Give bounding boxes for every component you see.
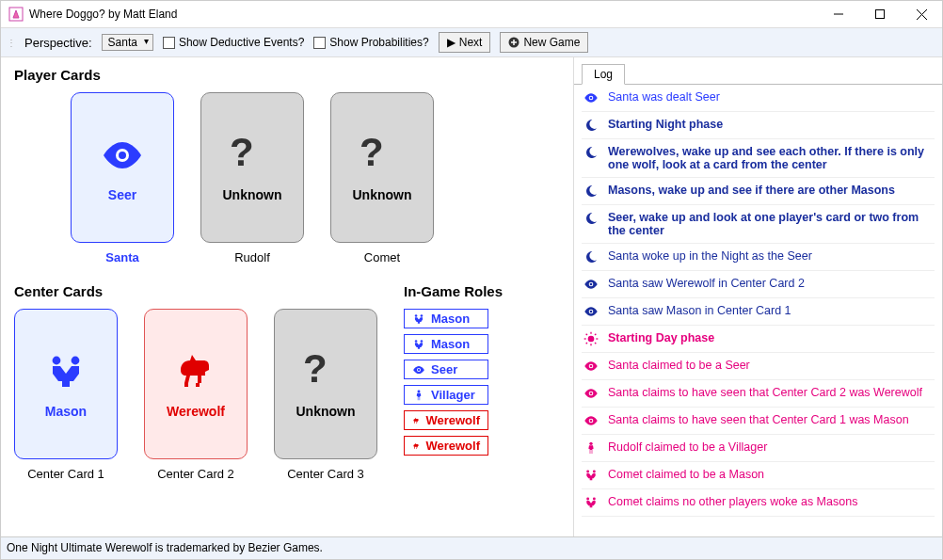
svg-point-44 — [593, 498, 596, 501]
tab-log[interactable]: Log — [582, 64, 625, 85]
log-entry: Masons, wake up and see if there are oth… — [582, 178, 935, 205]
log-entry: Werewolves, wake up and see each other. … — [582, 139, 935, 178]
svg-point-37 — [590, 392, 593, 395]
moon-icon — [583, 145, 599, 160]
eye-icon — [583, 277, 599, 292]
svg-point-11 — [72, 357, 80, 365]
svg-point-41 — [586, 471, 589, 473]
show-probabilities-checkbox[interactable]: Show Probabilities? — [313, 36, 428, 49]
svg-point-20 — [590, 97, 593, 100]
eye-icon — [583, 413, 599, 428]
card[interactable]: MasonCenter Card 1 — [14, 309, 118, 481]
svg-point-10 — [53, 357, 61, 365]
card-name: Center Card 1 — [27, 467, 104, 481]
person-icon — [583, 440, 599, 456]
svg-point-22 — [590, 283, 593, 286]
log-entry: Santa claimed to be a Seer — [582, 353, 935, 380]
log-entry: Santa saw Mason in Center Card 1 — [582, 298, 935, 326]
svg-point-39 — [590, 420, 593, 423]
question-icon: ? — [303, 349, 348, 394]
minimize-button[interactable] — [818, 1, 859, 27]
show-deductive-checkbox[interactable]: Show Deductive Events? — [163, 36, 304, 49]
svg-rect-2 — [876, 10, 885, 19]
svg-point-25 — [588, 336, 593, 341]
eye-icon — [412, 363, 425, 376]
toolbar-grip: ⋮ — [7, 38, 15, 48]
svg-point-18 — [418, 390, 421, 392]
svg-line-30 — [586, 334, 587, 335]
log-entry: Seer, wake up and look at one player's c… — [582, 205, 935, 244]
player-cards-heading: Player Cards — [14, 67, 560, 83]
svg-point-40 — [589, 442, 592, 445]
status-bar: One Night Ultimate Werewolf is trademark… — [1, 536, 942, 559]
svg-point-35 — [590, 365, 593, 368]
card-role: Seer — [108, 187, 136, 202]
card[interactable]: ?UnknownRudolf — [200, 92, 304, 264]
log-entry: Comet claims no other players woke as Ma… — [582, 489, 935, 517]
perspective-label: Perspective: — [24, 36, 92, 50]
role-chip: Villager — [404, 385, 488, 405]
wolf-icon — [173, 349, 218, 394]
eye-icon — [583, 304, 599, 319]
card[interactable]: WerewolfCenter Card 2 — [144, 309, 248, 481]
svg-point-24 — [590, 311, 593, 313]
svg-point-12 — [415, 314, 418, 317]
moon-icon — [583, 211, 599, 226]
play-icon: ▶ — [447, 36, 456, 49]
role-chip: Mason — [404, 309, 488, 328]
mason-icon — [412, 338, 425, 351]
window-title: Where Doggo? by Matt Eland — [29, 8, 818, 21]
perspective-select[interactable]: Santa — [102, 34, 153, 51]
wolf-icon — [412, 414, 420, 427]
svg-point-42 — [593, 471, 596, 473]
mason-icon — [583, 468, 599, 483]
mason-icon — [412, 312, 425, 326]
card-role: Mason — [45, 404, 87, 419]
moon-icon — [583, 118, 599, 133]
svg-point-14 — [415, 340, 418, 343]
card-name: Center Card 2 — [157, 467, 234, 481]
app-icon — [8, 7, 24, 22]
eye-icon — [100, 133, 145, 178]
person-icon — [412, 389, 425, 402]
mason-icon — [43, 349, 88, 394]
card-name: Comet — [364, 250, 400, 264]
plus-circle-icon — [508, 37, 519, 48]
log-entry: Comet claimed to be a Mason — [582, 462, 935, 489]
log-entry: Rudolf claimed to be a Villager — [582, 435, 935, 462]
log-entry: Starting Day phase — [582, 326, 935, 353]
card[interactable]: ?UnknownComet — [330, 92, 434, 264]
close-button[interactable] — [901, 1, 942, 27]
svg-line-33 — [595, 334, 596, 335]
eye-icon — [583, 359, 599, 374]
next-button[interactable]: ▶Next — [439, 32, 491, 53]
svg-point-13 — [421, 314, 424, 317]
log-entry: Santa saw Werewolf in Center Card 2 — [582, 271, 935, 298]
roles-heading: In-Game Roles — [404, 283, 503, 299]
titlebar: Where Doggo? by Matt Eland — [1, 1, 942, 27]
log-entry: Starting Night phase — [582, 112, 935, 139]
maximize-button[interactable] — [859, 1, 901, 27]
card[interactable]: ?UnknownCenter Card 3 — [274, 309, 377, 481]
sun-icon — [583, 331, 599, 346]
svg-line-31 — [595, 343, 596, 344]
svg-point-17 — [418, 368, 420, 370]
card[interactable]: SeerSanta — [71, 92, 174, 264]
card-role: Werewolf — [167, 404, 225, 419]
role-chip: Seer — [404, 360, 488, 379]
svg-point-9 — [119, 152, 126, 159]
log-entry: Santa claims to have seen that Center Ca… — [582, 380, 935, 408]
role-chip: Werewolf — [404, 410, 488, 430]
question-icon: ? — [230, 133, 275, 178]
role-chip: Werewolf — [404, 436, 488, 456]
log-entry: Santa was dealt Seer — [582, 85, 935, 112]
new-game-button[interactable]: New Game — [500, 32, 588, 53]
moon-icon — [583, 184, 599, 199]
center-cards-heading: Center Cards — [14, 283, 377, 299]
log-entry: Santa woke up in the Night as the Seer — [582, 244, 935, 271]
card-role: Unknown — [296, 404, 356, 419]
log-list[interactable]: Santa was dealt SeerStarting Night phase… — [574, 84, 942, 536]
main-panel: Player Cards SeerSanta?UnknownRudolf?Unk… — [1, 57, 573, 536]
log-panel: Log Santa was dealt SeerStarting Night p… — [573, 57, 942, 536]
role-chip: Mason — [404, 334, 488, 354]
